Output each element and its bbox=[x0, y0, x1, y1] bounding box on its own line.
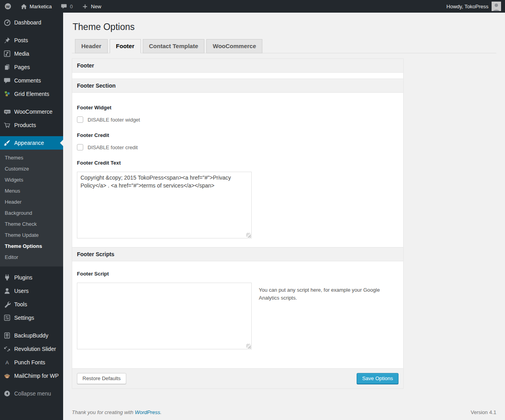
footer-credit-label: Footer Credit bbox=[77, 132, 398, 138]
sidebar-item-label: Revolution Slider bbox=[14, 346, 56, 352]
sidebar-item-revolution-slider[interactable]: Revolution Slider bbox=[0, 342, 63, 356]
sidebar-item-settings[interactable]: Settings bbox=[0, 311, 63, 324]
sidebar-item-label: Posts bbox=[14, 37, 28, 43]
plugin-icon bbox=[3, 274, 11, 281]
admin-sidebar: Dashboard Posts Media Pages Comments bbox=[0, 13, 63, 420]
thanks-period: . bbox=[160, 409, 162, 415]
sidebar-item-woocommerce[interactable]: Woo WooCommerce bbox=[0, 105, 63, 118]
pin-icon bbox=[3, 36, 11, 44]
wordpress-link[interactable]: WordPress bbox=[135, 409, 160, 415]
submenu-item-header[interactable]: Header bbox=[0, 197, 63, 208]
howdy-text[interactable]: Howdy, TokoPress bbox=[447, 4, 488, 9]
sidebar-item-label: MailChimp for WP bbox=[14, 373, 59, 379]
sidebar-item-label: Settings bbox=[14, 315, 34, 321]
sidebar-item-dashboard[interactable]: Dashboard bbox=[0, 16, 63, 29]
submenu-item-widgets[interactable]: Widgets bbox=[0, 174, 63, 186]
sidebar-item-label: WooCommerce bbox=[14, 109, 52, 115]
media-icon bbox=[3, 50, 11, 58]
footer-options-panel: Footer Footer Section Footer Widget DISA… bbox=[72, 58, 404, 389]
submenu-item-theme-options[interactable]: Theme Options bbox=[0, 241, 63, 252]
new-content-menu[interactable]: New bbox=[77, 0, 106, 13]
save-options-button[interactable]: Save Options bbox=[357, 373, 398, 384]
site-name: Marketica bbox=[30, 4, 52, 9]
wordpress-logo-menu[interactable]: W bbox=[0, 0, 16, 13]
sidebar-item-label: Media bbox=[14, 51, 29, 57]
sidebar-item-label: Tools bbox=[14, 301, 27, 308]
wrench-icon bbox=[3, 300, 11, 308]
sidebar-item-collapse-menu[interactable]: Collapse menu bbox=[0, 387, 63, 400]
submenu-item-theme-update[interactable]: Theme Update bbox=[0, 230, 63, 241]
comments-bubble-icon bbox=[60, 3, 67, 10]
sidebar-item-backupbuddy[interactable]: BackupBuddy bbox=[0, 329, 63, 342]
footer-widget-checkbox-row: DISABLE footer widget bbox=[77, 116, 398, 123]
new-label: New bbox=[91, 4, 101, 9]
submenu-item-editor[interactable]: Editor bbox=[0, 252, 63, 263]
submenu-item-customize[interactable]: Customize bbox=[0, 163, 63, 174]
sidebar-item-grid-elements[interactable]: Grid Elements bbox=[0, 87, 63, 101]
wordpress-logo-icon: W bbox=[4, 3, 11, 10]
grid-elements-icon bbox=[3, 90, 11, 98]
submenu-item-background[interactable]: Background bbox=[0, 208, 63, 219]
sidebar-item-label: Collapse menu bbox=[14, 390, 51, 397]
sidebar-item-mailchimp[interactable]: MailChimp for WP bbox=[0, 369, 63, 382]
comment-icon bbox=[3, 77, 11, 84]
disable-footer-widget-checkbox[interactable] bbox=[77, 116, 83, 123]
sidebar-item-comments[interactable]: Comments bbox=[0, 74, 63, 87]
footer-credit-text-textarea[interactable]: Copyright &copy; 2015 TokoPress<span><a … bbox=[77, 172, 252, 238]
footer-credit-text-label: Footer Credit Text bbox=[77, 160, 398, 166]
tab-contact-template[interactable]: Contact Template bbox=[143, 39, 205, 53]
user-icon bbox=[3, 287, 11, 295]
svg-text:W: W bbox=[6, 4, 10, 9]
sidebar-item-users[interactable]: Users bbox=[0, 284, 63, 298]
section-header-footer-section: Footer Section bbox=[72, 79, 403, 93]
avatar[interactable] bbox=[492, 2, 501, 11]
submenu-item-themes[interactable]: Themes bbox=[0, 152, 63, 163]
sidebar-item-appearance[interactable]: Appearance bbox=[0, 136, 63, 150]
sidebar-item-pages[interactable]: Pages bbox=[0, 60, 63, 74]
sidebar-item-label: Products bbox=[14, 122, 36, 128]
sidebar-item-label: Comments bbox=[14, 77, 41, 84]
sidebar-item-label: Grid Elements bbox=[14, 91, 49, 97]
sidebar-item-label: Punch Fonts bbox=[14, 359, 45, 366]
dashboard-icon bbox=[3, 19, 11, 26]
disable-footer-credit-label: DISABLE footer credit bbox=[88, 144, 138, 150]
footer-script-label: Footer Script bbox=[77, 271, 398, 277]
sidebar-item-label: Plugins bbox=[14, 274, 32, 281]
panel-action-bar: Restore Defaults Save Options bbox=[72, 368, 403, 388]
svg-text:Woo: Woo bbox=[5, 111, 9, 113]
page-title: Theme Options bbox=[72, 13, 496, 39]
version-text: Version 4.1 bbox=[471, 409, 496, 415]
letter-a-icon: A bbox=[3, 358, 11, 366]
footer-script-textarea[interactable] bbox=[77, 283, 252, 349]
tab-footer[interactable]: Footer bbox=[110, 39, 141, 53]
footer-script-help-text: You can put any script here, for example… bbox=[259, 286, 382, 302]
thanks-prefix: Thank you for creating with bbox=[72, 409, 135, 415]
comments-menu[interactable]: 0 bbox=[56, 0, 77, 13]
sidebar-item-label: Users bbox=[14, 288, 29, 294]
sidebar-item-tools[interactable]: Tools bbox=[0, 298, 63, 311]
svg-text:A: A bbox=[6, 360, 9, 366]
sidebar-item-posts[interactable]: Posts bbox=[0, 34, 63, 47]
restore-defaults-button[interactable]: Restore Defaults bbox=[77, 373, 126, 384]
admin-footer: Thank you for creating with WordPress. V… bbox=[72, 409, 496, 420]
tab-woocommerce[interactable]: WooCommerce bbox=[206, 39, 262, 53]
site-name-menu[interactable]: Marketica bbox=[16, 0, 56, 13]
sidebar-item-label: Dashboard bbox=[14, 19, 41, 26]
section-header-footer-scripts: Footer Scripts bbox=[72, 247, 403, 261]
sidebar-item-plugins[interactable]: Plugins bbox=[0, 271, 63, 284]
main-content: Theme Options HeaderFooterContact Templa… bbox=[63, 13, 505, 420]
home-icon bbox=[20, 3, 27, 10]
disable-footer-credit-checkbox[interactable] bbox=[77, 144, 83, 150]
refresh-icon bbox=[3, 345, 11, 353]
panel-title: Footer bbox=[72, 59, 403, 73]
sidebar-item-products[interactable]: Products bbox=[0, 118, 63, 132]
sidebar-item-punch-fonts[interactable]: A Punch Fonts bbox=[0, 356, 63, 369]
sidebar-item-media[interactable]: Media bbox=[0, 47, 63, 60]
cart-icon bbox=[3, 121, 11, 129]
tab-header[interactable]: Header bbox=[75, 39, 108, 53]
footer-credit-checkbox-row: DISABLE footer credit bbox=[77, 144, 398, 150]
submenu-item-menus[interactable]: Menus bbox=[0, 186, 63, 197]
admin-bar: W Marketica 0 New Howdy, TokoPress bbox=[0, 0, 505, 13]
brush-icon bbox=[3, 139, 11, 147]
submenu-item-theme-check[interactable]: Theme Check bbox=[0, 219, 63, 230]
